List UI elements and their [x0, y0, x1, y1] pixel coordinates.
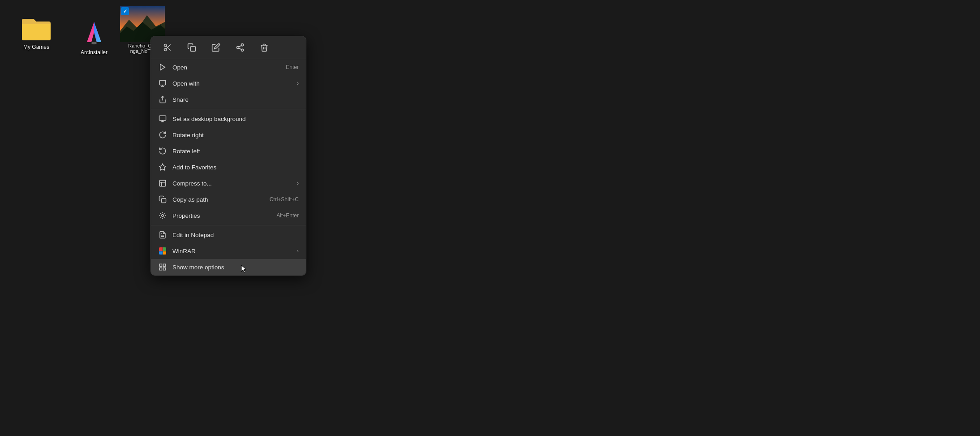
cut-button[interactable] — [160, 40, 175, 55]
arc-installer-icon — [78, 15, 110, 47]
winrar-icon — [158, 246, 167, 255]
share-toolbar-button[interactable] — [232, 40, 248, 55]
menu-item-add-favorites[interactable]: Add to Favorites — [151, 159, 306, 175]
menu-item-properties-shortcut: Alt+Enter — [276, 212, 299, 219]
delete-button[interactable] — [257, 40, 272, 55]
svg-marker-21 — [159, 164, 166, 170]
menu-item-open-label: Open — [172, 64, 280, 71]
menu-item-edit-notepad[interactable]: Edit in Notepad — [151, 227, 306, 243]
menu-item-winrar[interactable]: WinRAR › — [151, 243, 306, 259]
svg-point-12 — [237, 47, 239, 49]
open-icon — [158, 63, 167, 72]
selection-checkbox: ✓ — [121, 7, 129, 15]
svg-rect-28 — [163, 264, 166, 266]
menu-item-share-label: Share — [172, 96, 299, 103]
desktop-icon-arc-installer[interactable]: ArcInstaller — [69, 12, 119, 59]
svg-rect-29 — [163, 268, 166, 270]
svg-point-24 — [162, 215, 164, 217]
context-toolbar — [151, 36, 306, 59]
menu-item-show-more-label: Show more options — [172, 264, 299, 271]
svg-rect-30 — [159, 268, 162, 270]
svg-line-8 — [168, 48, 171, 51]
svg-rect-22 — [159, 180, 166, 186]
svg-point-13 — [241, 49, 244, 51]
star-icon — [158, 163, 167, 172]
menu-item-set-desktop-bg[interactable]: Set as desktop background — [151, 111, 306, 127]
menu-item-compress-to-label: Compress to... — [172, 180, 292, 187]
menu-item-copy-as-path-shortcut: Ctrl+Shift+C — [270, 196, 299, 203]
svg-rect-27 — [159, 264, 162, 266]
compress-icon — [158, 179, 167, 188]
rename-button[interactable] — [208, 40, 224, 55]
chevron-right-icon-compress: › — [297, 180, 299, 186]
properties-icon — [158, 211, 167, 220]
icon-label-my-games: My Games — [23, 44, 49, 50]
rename-icon — [211, 43, 220, 52]
svg-rect-16 — [159, 80, 166, 85]
menu-item-copy-as-path[interactable]: Copy as path Ctrl+Shift+C — [151, 191, 306, 207]
menu-item-properties-label: Properties — [172, 212, 271, 219]
menu-item-show-more-options[interactable]: Show more options — [151, 259, 306, 275]
scissors-icon — [163, 43, 172, 52]
desktop-icon-my-games[interactable]: My Games — [12, 12, 61, 54]
menu-item-add-favorites-label: Add to Favorites — [172, 164, 299, 171]
svg-point-11 — [241, 44, 244, 46]
svg-line-9 — [166, 46, 168, 47]
menu-separator-2 — [151, 225, 306, 225]
copy-icon — [187, 43, 196, 52]
copy-button[interactable] — [184, 40, 199, 55]
menu-separator-1 — [151, 109, 306, 109]
svg-rect-18 — [159, 116, 166, 121]
menu-item-share[interactable]: Share — [151, 91, 306, 108]
menu-item-edit-notepad-label: Edit in Notepad — [172, 232, 299, 238]
menu-item-open[interactable]: Open Enter — [151, 59, 306, 75]
rotate-right-icon — [158, 130, 167, 139]
rotate-left-icon — [158, 147, 167, 155]
menu-item-open-with[interactable]: Open with › — [151, 75, 306, 91]
menu-item-winrar-label: WinRAR — [172, 248, 292, 255]
context-menu: Open Enter Open with › Share — [150, 36, 306, 276]
menu-item-rotate-left[interactable]: Rotate left — [151, 143, 306, 159]
copy-path-icon — [158, 195, 167, 204]
chevron-right-icon-winrar: › — [297, 248, 299, 254]
more-options-icon — [158, 263, 167, 272]
chevron-right-icon: › — [297, 80, 299, 86]
desktop: My Games ArcInstaller — [0, 0, 980, 436]
share2-icon — [158, 95, 167, 104]
desktop-bg-icon — [158, 114, 167, 123]
icon-label-arc-installer: ArcInstaller — [81, 49, 107, 56]
menu-item-set-desktop-bg-label: Set as desktop background — [172, 116, 299, 122]
menu-item-properties[interactable]: Properties Alt+Enter — [151, 207, 306, 224]
menu-item-open-shortcut: Enter — [286, 64, 299, 70]
svg-rect-23 — [162, 199, 166, 203]
menu-item-open-with-label: Open with — [172, 80, 292, 87]
menu-item-rotate-right[interactable]: Rotate right — [151, 127, 306, 143]
svg-point-6 — [164, 49, 167, 51]
menu-item-copy-as-path-label: Copy as path — [172, 196, 264, 203]
svg-rect-10 — [191, 47, 196, 52]
svg-point-5 — [164, 44, 167, 47]
svg-point-0 — [91, 42, 97, 44]
notepad-icon — [158, 230, 167, 239]
menu-item-compress-to[interactable]: Compress to... › — [151, 175, 306, 191]
open-with-icon — [158, 79, 167, 88]
menu-item-rotate-left-label: Rotate left — [172, 148, 299, 155]
folder-icon — [20, 15, 52, 42]
svg-line-14 — [239, 48, 241, 49]
menu-item-rotate-right-label: Rotate right — [172, 132, 299, 138]
share-icon — [236, 43, 245, 52]
trash-icon — [260, 43, 269, 52]
svg-line-15 — [239, 45, 241, 47]
